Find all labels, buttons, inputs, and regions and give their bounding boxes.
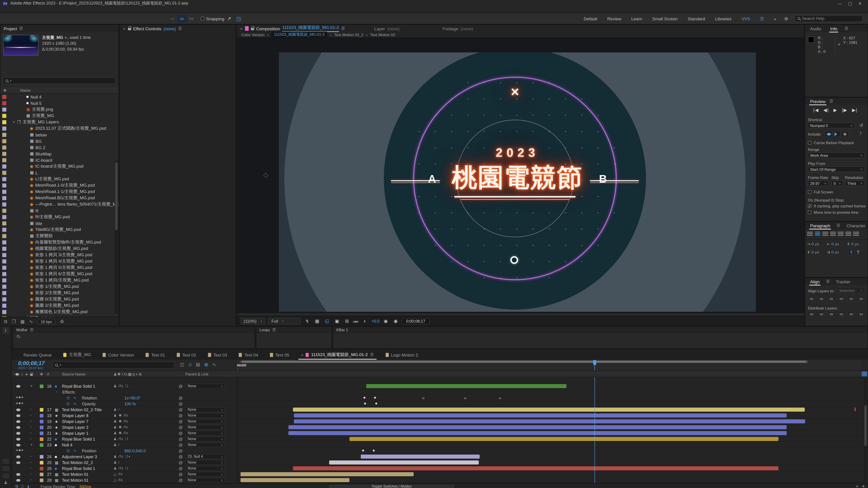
layer-name[interactable]: Shape Layer 8 [62,413,88,418]
kbar-button[interactable] [430,335,437,341]
tool-icon[interactable] [154,14,163,23]
property-value[interactable]: 960.0,540.0 [124,449,146,453]
align-center-button[interactable] [815,231,820,236]
kbar-button[interactable] [396,335,403,341]
parent-link-dropdown[interactable]: None∨ [185,466,225,471]
timeline-search-input[interactable]: ▾ [53,361,175,369]
timeline-scrollbar[interactable] [864,405,867,446]
distribute-right-button[interactable] [858,311,864,317]
project-item-row[interactable]: ◉ IC-board/主視覺_MG.psd [0,163,119,169]
parent-link-column-header[interactable]: Parent & Link [185,372,209,377]
label-color[interactable] [2,139,6,143]
kbar-button[interactable] [568,335,575,341]
project-item-row[interactable]: ■ Null 4 [0,94,119,100]
project-item-row[interactable]: ▦ below [0,131,119,138]
project-item-row[interactable]: ▦ R [0,207,119,214]
panel-menu-icon[interactable]: ☰ [178,26,182,31]
strip-tool-icon[interactable]: ♟ [0,480,11,485]
layer-label-color[interactable] [40,408,43,412]
tool-icon[interactable] [30,14,40,23]
project-item-row[interactable]: ◉ 2023.11.07 正式開跑/主視覺_MG.psd [0,125,119,131]
item-name[interactable]: 矩形 2/主視覺_MG.psd [35,290,79,296]
label-color[interactable] [2,272,6,276]
include-audio-button[interactable] [833,131,840,137]
timeline-row[interactable]: ◀◆▶ › 25 ▦ Text Motion 02_2 ♟ ∕ @ None∨ [12,459,868,465]
include-overlays-button[interactable]: ▣ [841,131,848,137]
search-icon[interactable] [17,335,20,337]
parent-link-icon[interactable]: ∞ [177,14,187,23]
color-swatch-button[interactable] [2,364,10,370]
panel-menu-icon[interactable]: ☰ [341,26,345,31]
layer-label-color[interactable] [40,478,43,482]
distribute-bottom-button[interactable] [828,311,835,317]
project-item-row[interactable]: ▦ 主視覺_MG [0,112,119,119]
layer-switches[interactable]: △ ∕fx [114,478,123,482]
paragraph-ltr-button[interactable]: ¶ [848,250,855,255]
label-color[interactable] [2,152,6,156]
workspace-libraries[interactable]: Libraries [710,16,737,21]
label-color[interactable] [2,177,6,181]
workspace-small-screen[interactable]: Small Screen [647,16,683,21]
expander-icon[interactable]: › [30,472,31,475]
kbar-button[interactable] [447,335,454,341]
kbar-button[interactable] [482,335,489,341]
timeline-comp-tab[interactable]: Text 03 ☰ [202,350,232,360]
panel-close-icon[interactable]: × [123,26,125,31]
timeline-comp-tab[interactable]: Text 01 ☰ [141,350,170,360]
kbar-button[interactable] [585,335,592,341]
layer-label-color[interactable] [40,466,43,470]
project-item-row[interactable]: ◉ MeshRoad.1-0/主視覺_MG.psd [0,182,119,188]
project-item-row[interactable]: ◉ —Pngtre… lens flares_5054071/主視覺_MG. [0,201,119,207]
layer-duration-bar[interactable] [329,460,478,464]
layer-name[interactable]: Effects [62,390,75,394]
label-color[interactable] [2,278,6,282]
workspace-gear-icon[interactable]: ⚙ [781,14,791,23]
expander-icon[interactable]: › [30,431,31,434]
item-name[interactable]: 主視覺_MG [32,113,54,119]
new-folder-icon[interactable]: ❐ [12,319,16,324]
layer-label-color[interactable] [40,437,43,441]
project-item-row[interactable]: ◉ 矩形 1 拷貝/主視覺_MG.psd [0,277,119,283]
align-right-button[interactable] [822,231,828,236]
item-name[interactable]: below [35,132,47,137]
layer-name[interactable]: Opacity [82,401,96,406]
cache-before-playback-checkbox[interactable] [808,141,811,144]
layer-name[interactable]: Text Motion 01 [62,472,88,477]
panel-menu-icon[interactable]: ☰ [272,328,276,332]
item-name[interactable]: 矩形 1/主視覺_MG.psd [35,284,79,289]
timeline-row[interactable]: ◀◆▶ ◷ ∿ Position 960.0,540.0 @ ∨ [12,448,868,454]
layer-label-color[interactable] [40,414,43,417]
project-item-row[interactable]: ◉ 圖層 2/主視覺_MG.psd [0,302,119,308]
kbar-button[interactable] [353,335,360,341]
kbar-button[interactable] [499,335,506,341]
tool-icon[interactable] [135,14,144,23]
align-left-layers-button[interactable] [808,296,815,301]
character-tab[interactable]: Character [845,223,867,228]
align-hcenter-layers-button[interactable] [818,296,825,301]
project-item-row[interactable]: ◉ L/主視覺_MG.psd [0,176,119,182]
pickwhip-icon[interactable]: @ [179,401,183,406]
layer-duration-bar[interactable] [288,431,786,435]
align-top-layers-button[interactable] [838,296,844,301]
item-name[interactable]: 圖層 2/主視覺_MG.psd [35,302,79,308]
kbar-button[interactable] [336,335,343,341]
magnification-dropdown[interactable]: (110%)∨ [241,318,266,324]
strip-letter-button[interactable] [2,465,10,472]
last-frame-button[interactable]: ▶| [852,107,858,112]
kbar-button[interactable] [422,335,429,341]
toggle-switches-modes-button[interactable]: Toggle Switches / Modes [328,484,455,488]
layer-duration-bar[interactable] [349,437,778,441]
timeline-row[interactable]: ◀◆▶ › Effects ∨ [12,389,868,395]
loopy-tab[interactable]: Loopy [259,328,270,332]
project-item-row[interactable]: ∨ ❐ 主視覺_MG Layers [0,119,119,125]
color-swatch-button[interactable] [2,400,10,407]
timeline-comp-tab[interactable]: Text 05 ☰ [265,350,294,360]
indent-value[interactable]: 0 [831,242,833,246]
align-bottom-layers-button[interactable] [858,296,864,301]
timeline-comp-tab[interactable]: 主視覺_MG ☰ [58,350,96,360]
project-item-row[interactable]: ◉ 圖層 0/主視覺_MG.psd [0,296,119,302]
project-item-row[interactable]: ▦ 主辦贊助 [0,233,119,239]
project-item-row[interactable]: ◉ R/主視覺_MG.psd [0,214,119,220]
panel-close-icon[interactable]: × [240,26,243,31]
keyframe-icon[interactable] [363,396,366,399]
